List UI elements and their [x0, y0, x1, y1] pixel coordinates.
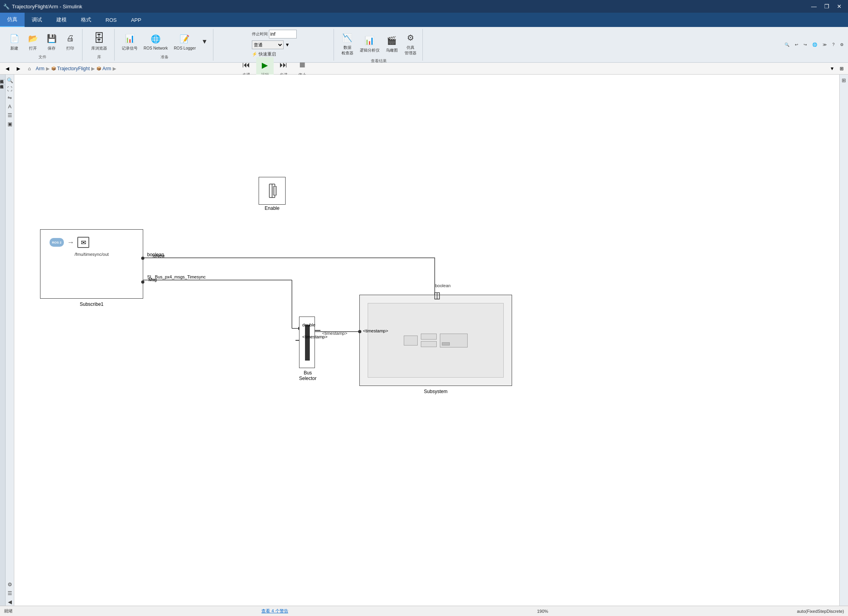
record-signal-button[interactable]: 📊 记录信号 — [119, 31, 140, 53]
maximize-button[interactable]: ❐ — [821, 1, 832, 12]
model-browser-tab[interactable]: 模型浏览器 — [0, 75, 5, 80]
ros-logger-button[interactable]: 📝 ROS Logger — [171, 31, 198, 52]
sidebar-collapse-icon[interactable]: ◀ — [6, 598, 14, 606]
save-button[interactable]: 💾 保存 — [43, 31, 60, 53]
new-icon: 📄 — [8, 32, 21, 45]
breadcrumb-item-arm: Arm — [36, 66, 44, 71]
menu-debug[interactable]: 调试 — [25, 13, 49, 27]
bird-view-button[interactable]: 🎬 鸟瞰图 — [383, 33, 401, 55]
letter-icon: ✉ — [77, 237, 89, 248]
subsystem-label: Subsystem — [359, 389, 512, 394]
ros-logger-icon: 📝 — [178, 33, 191, 45]
share-button[interactable]: 🌐 — [810, 41, 819, 48]
question-button[interactable]: ? — [830, 41, 836, 48]
settings-button[interactable]: ⚙ — [838, 41, 846, 48]
close-button[interactable]: ✕ — [834, 1, 845, 12]
toolbar-prepare-section: 📊 记录信号 🌐 ROS Network 📝 ROS Logger ▼ 准备 — [116, 29, 213, 61]
ros2-cloud: ROS 2 — [50, 238, 64, 247]
title-controls[interactable]: — ❐ ✕ — [808, 1, 845, 12]
forward-button[interactable]: ▶ — [13, 64, 23, 73]
sidebar-text-icon[interactable]: A — [6, 102, 14, 110]
right-toolbar: ⊞ — [839, 75, 848, 606]
right-sidebar-icon1[interactable]: ⊞ — [840, 76, 848, 84]
menu-simulation[interactable]: 仿真 — [0, 13, 25, 27]
mini-block-1 — [404, 336, 418, 345]
sidebar-grid-icon[interactable]: ▣ — [6, 120, 14, 128]
stop-time-label: 停止时间 — [252, 31, 268, 37]
sidebar-bottom1-icon[interactable]: ⚙ — [6, 580, 14, 588]
sidebar-swap-icon[interactable]: ⇋ — [6, 94, 14, 102]
view-results-buttons: 📉 数据检查器 📊 逻辑分析仪 🎬 鸟瞰图 ⚙ 仿真管理器 — [339, 30, 419, 58]
home-button[interactable]: ⌂ — [25, 64, 34, 73]
timestamp-input-label: <timestamp> — [322, 331, 347, 336]
subsystem-block[interactable]: boolean <timestamp> — [359, 295, 512, 386]
ros-network-button[interactable]: 🌐 ROS Network — [141, 31, 170, 52]
library-icon: 🗄 — [93, 32, 106, 45]
sim-manager-button[interactable]: ⚙ 仿真管理器 — [402, 30, 419, 58]
toolbar-right-icons: 🔍 ↩ ↪ 🌐 ≫ ? ⚙ — [783, 41, 846, 48]
print-icon: 🖨 — [64, 32, 77, 45]
sidebar-fit-icon[interactable]: ⛶ — [6, 85, 14, 93]
stop-time-group: 停止时间 — [252, 30, 297, 38]
menu-modeling[interactable]: 建模 — [49, 13, 74, 27]
breadcrumb-arm[interactable]: 📦 Arm — [96, 66, 111, 71]
menu-bar: 仿真 调试 建模 格式 ROS APP — [0, 13, 848, 27]
prepare-buttons: 📊 记录信号 🌐 ROS Network 📝 ROS Logger ▼ — [119, 30, 210, 54]
subscribe1-label: Subscribe1 — [40, 301, 143, 307]
open-button[interactable]: 📂 打开 — [24, 31, 42, 53]
mini-block-2 — [421, 334, 437, 340]
sim-mode: auto(FixedStepDiscrete) — [797, 609, 844, 614]
library-browser-button[interactable]: 🗄 库浏览器 — [87, 31, 111, 53]
left-sidebar: 🔍 ⛶ ⇋ A ☰ ▣ ⚙ ☰ ◀ — [6, 75, 14, 606]
file-section-label: 文件 — [38, 54, 46, 60]
zoom-level: 190% — [537, 609, 548, 614]
more-prepare-button[interactable]: ▼ — [200, 37, 210, 46]
boolean-input-label: boolean — [435, 283, 451, 288]
subscribe1-block[interactable]: ROS 2 → ✉ /fmu/timesync/out IsNew Msg — [40, 229, 143, 299]
collapse-panel-icon[interactable]: ⊞ — [838, 65, 846, 73]
main-layout: 模型浏览器 属性检查器 🔍 ⛶ ⇋ A ☰ ▣ ⚙ ☰ ◀ — [0, 75, 848, 606]
undo-button[interactable]: ↩ — [793, 41, 800, 48]
mode-select[interactable]: 普通 — [252, 40, 284, 49]
address-bar: ◀ ▶ ⌂ Arm ▶ 📦 TrajectoryFlight ▶ 📦 Arm ▶… — [0, 63, 848, 75]
back-button[interactable]: ◀ — [2, 64, 12, 73]
title-left: 🔧 TrajectoryFlight/Arm - Simulink — [3, 4, 82, 10]
mini-block-3 — [421, 341, 437, 347]
property-inspector-tab[interactable]: 属性检查器 — [0, 80, 5, 85]
redo-button[interactable]: ↪ — [802, 41, 809, 48]
app-icon: 🔧 — [3, 4, 10, 10]
subscribe-path: /fmu/timesync/out — [44, 252, 140, 257]
bus-out-line — [315, 330, 320, 331]
menu-format[interactable]: 格式 — [74, 13, 98, 27]
enable-block[interactable] — [259, 177, 286, 205]
msg-port-label: Msg — [148, 277, 157, 282]
data-inspector-icon: 📉 — [341, 31, 354, 44]
print-button[interactable]: 🖨 打印 — [61, 31, 79, 53]
expand-address-icon[interactable]: ▼ — [828, 65, 836, 73]
sidebar-zoom-icon[interactable]: 🔍 — [6, 76, 14, 84]
stop-time-input[interactable] — [269, 30, 297, 38]
isnew-port-dot — [141, 257, 144, 260]
subsystem-port-label: <timestamp> — [363, 328, 388, 333]
subscribe-inner: ROS 2 → ✉ — [44, 233, 140, 252]
window-title: TrajectoryFlight/Arm - Simulink — [12, 4, 82, 10]
library-buttons: 🗄 库浏览器 — [87, 30, 111, 54]
subsystem-inner — [368, 303, 504, 378]
bus-selector-label: Bus Selector — [292, 370, 324, 381]
more-options-button[interactable]: ≫ — [821, 41, 829, 48]
bus-double-label: double — [302, 322, 315, 327]
logic-analyzer-button[interactable]: 📊 逻辑分析仪 — [357, 33, 382, 55]
minimize-button[interactable]: — — [808, 1, 819, 12]
mini-block-4 — [440, 334, 468, 347]
menu-app[interactable]: APP — [124, 13, 148, 27]
breadcrumb-trajectory[interactable]: 📦 TrajectoryFlight — [51, 66, 90, 71]
warning-link[interactable]: 查看 4 个警告 — [261, 608, 288, 614]
help-search-button[interactable]: 🔍 — [783, 41, 791, 48]
new-button[interactable]: 📄 新建 — [6, 31, 23, 53]
enable-input-symbol — [433, 292, 441, 300]
sidebar-bottom2-icon[interactable]: ☰ — [6, 589, 14, 597]
isnew-port-label: IsNew — [152, 253, 165, 258]
sidebar-list-icon[interactable]: ☰ — [6, 111, 14, 119]
menu-ros[interactable]: ROS — [98, 13, 124, 27]
data-inspector-button[interactable]: 📉 数据检查器 — [339, 30, 356, 58]
